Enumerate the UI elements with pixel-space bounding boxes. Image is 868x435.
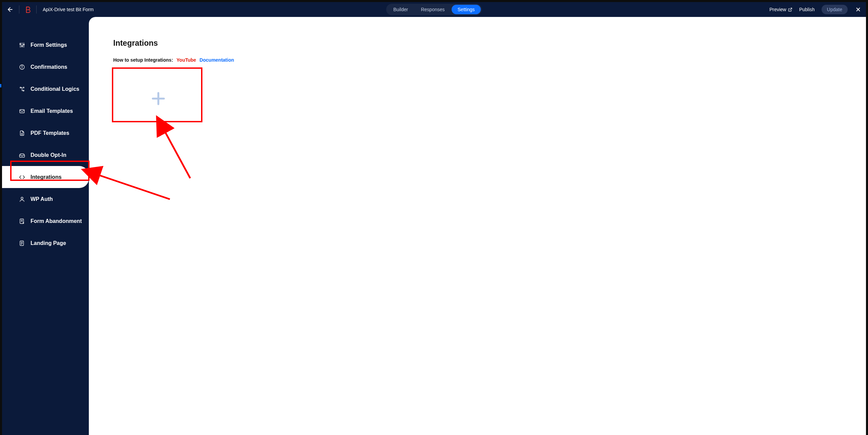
app-window: ApiX-Drive test Bit Form Builder Respons… <box>2 2 866 435</box>
content-area: Integrations How to setup Integrations: … <box>89 17 866 435</box>
plus-icon <box>149 89 168 109</box>
form-edit-icon <box>19 218 25 224</box>
add-integration-card[interactable] <box>113 72 203 126</box>
svg-line-1 <box>790 8 792 10</box>
file-icon <box>19 130 25 136</box>
bitform-logo-icon <box>24 6 31 13</box>
sidebar-item-label: Integrations <box>31 174 62 180</box>
publish-link[interactable]: Publish <box>799 7 815 12</box>
left-edge-indicator <box>0 84 1 87</box>
svg-point-19 <box>21 197 23 199</box>
layout-icon <box>19 240 25 246</box>
user-icon <box>19 196 25 202</box>
app-logo[interactable] <box>24 6 32 13</box>
code-icon <box>19 174 25 180</box>
sidebar-item-label: Confirmations <box>31 64 67 70</box>
page-heading: Integrations <box>113 39 842 48</box>
top-bar: ApiX-Drive test Bit Form Builder Respons… <box>2 2 866 17</box>
sidebar-item-form-settings[interactable]: Form Settings <box>2 34 89 56</box>
branch-icon <box>19 86 25 92</box>
back-button[interactable] <box>6 5 14 14</box>
form-title: ApiX-Drive test Bit Form <box>43 7 94 12</box>
sidebar-item-label: Conditional Logics <box>31 86 79 92</box>
svg-point-8 <box>22 45 23 46</box>
svg-rect-16 <box>20 109 24 113</box>
youtube-link[interactable]: YouTube <box>177 57 196 63</box>
divider <box>19 5 19 14</box>
divider <box>36 5 37 14</box>
preview-link[interactable]: Preview <box>769 7 792 12</box>
sidebar-item-label: Form Abandonment <box>31 218 82 224</box>
inbox-icon <box>19 152 25 158</box>
app-body: Form Settings Confirmations Conditional … <box>2 17 866 435</box>
preview-label: Preview <box>769 7 786 12</box>
sidebar-item-integrations[interactable]: Integrations <box>2 166 89 188</box>
sidebar-item-label: Landing Page <box>31 240 66 246</box>
help-line: How to setup Integrations: YouTube Docum… <box>113 57 842 63</box>
tab-responses[interactable]: Responses <box>415 5 451 14</box>
sidebar-item-wp-auth[interactable]: WP Auth <box>2 188 89 210</box>
tab-settings[interactable]: Settings <box>452 5 481 14</box>
svg-point-9 <box>23 44 24 45</box>
sidebar-item-double-opt-in[interactable]: Double Opt-In <box>2 144 89 166</box>
svg-point-7 <box>20 43 21 44</box>
sidebar-item-confirmations[interactable]: Confirmations <box>2 56 89 78</box>
documentation-link[interactable]: Documentation <box>199 57 234 63</box>
sidebar-item-label: PDF Templates <box>31 130 69 136</box>
sidebar-item-email-templates[interactable]: Email Templates <box>2 100 89 122</box>
svg-point-12 <box>22 66 22 66</box>
svg-point-14 <box>23 87 24 88</box>
settings-sidebar: Form Settings Confirmations Conditional … <box>2 17 89 435</box>
close-icon <box>855 6 861 13</box>
sidebar-item-landing-page[interactable]: Landing Page <box>2 232 89 254</box>
sidebar-item-label: Double Opt-In <box>31 152 66 158</box>
sidebar-item-conditional-logics[interactable]: Conditional Logics <box>2 78 89 100</box>
sidebar-item-pdf-templates[interactable]: PDF Templates <box>2 122 89 144</box>
sidebar-item-form-abandonment[interactable]: Form Abandonment <box>2 210 89 232</box>
info-icon <box>19 64 25 70</box>
sidebar-item-label: WP Auth <box>31 196 53 202</box>
update-button[interactable]: Update <box>822 5 848 14</box>
arrow-left-icon <box>7 6 14 13</box>
envelope-icon <box>19 108 25 114</box>
close-button[interactable] <box>854 6 862 13</box>
sliders-icon <box>19 42 25 48</box>
sidebar-item-label: Email Templates <box>31 108 73 114</box>
external-link-icon <box>788 7 792 12</box>
tab-builder[interactable]: Builder <box>387 5 414 14</box>
help-prefix: How to setup Integrations: <box>113 57 173 63</box>
sidebar-item-label: Form Settings <box>31 42 67 48</box>
tabs-switcher: Builder Responses Settings <box>386 4 482 15</box>
